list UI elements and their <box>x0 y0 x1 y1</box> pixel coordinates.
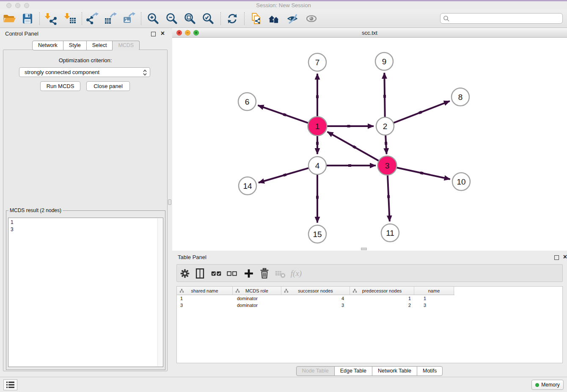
clone-network-icon[interactable] <box>248 12 264 25</box>
result-scrollbar[interactable] <box>157 218 162 366</box>
deselect-all-icon[interactable] <box>225 267 239 280</box>
mcds-result-group: MCDS result (2 nodes) 1 3 <box>6 207 165 370</box>
cell-predecessor-nodes[interactable]: 1 <box>350 295 414 302</box>
memory-status-dot <box>535 383 539 387</box>
control-panel: Control Panel × Network Style Select MCD… <box>0 28 171 377</box>
mcds-result-title: MCDS result (2 nodes) <box>8 207 63 213</box>
mcds-result-textarea[interactable]: 1 3 <box>8 218 163 367</box>
cell-predecessor-nodes[interactable]: 2 <box>350 302 414 309</box>
edge-label-mark <box>353 146 356 148</box>
graph-node-label: 3 <box>385 161 390 170</box>
zoom-in-icon[interactable] <box>146 12 161 25</box>
select-all-icon[interactable] <box>209 267 223 280</box>
zoom-selected-icon[interactable] <box>201 12 216 25</box>
show-all-eye-icon[interactable] <box>304 12 319 25</box>
float-table-panel-icon[interactable] <box>554 255 559 260</box>
tab-edge-table[interactable]: Edge Table <box>334 366 372 376</box>
column-header-successor-nodes[interactable]: successor nodes <box>281 287 350 295</box>
graph-node-label: 1 <box>315 122 320 131</box>
tab-network-table[interactable]: Network Table <box>372 366 417 376</box>
toolbar-separator <box>141 12 141 25</box>
show-columns-icon[interactable] <box>193 267 207 280</box>
table-tabs: Node Table Edge Table Network Table Moti… <box>172 366 567 376</box>
settings-gear-icon[interactable] <box>178 267 192 280</box>
column-label: shared name <box>191 288 218 293</box>
graph-node-label: 2 <box>383 122 388 131</box>
import-network-icon[interactable] <box>43 12 58 25</box>
edge-label-mark <box>283 114 286 115</box>
tab-motifs[interactable]: Motifs <box>417 366 443 376</box>
toolbar-separator <box>39 12 40 25</box>
window-titlebar: Session: New Session <box>0 1 567 9</box>
function-builder-icon[interactable]: f(x) <box>289 267 303 280</box>
run-mcds-button[interactable]: Run MCDS <box>40 81 80 91</box>
network-view-window: × − + scc.txt 1234678910111415 <box>172 28 567 251</box>
close-panel-icon[interactable]: × <box>161 30 165 36</box>
table-row[interactable]: 1 dominator 4 1 1 <box>177 295 562 302</box>
optimization-criterion-label: Optimization criterion: <box>3 57 167 63</box>
select-spinner-icon <box>142 69 148 77</box>
graph-node-label: 15 <box>313 230 322 239</box>
criterion-select[interactable]: strongly connected component <box>19 67 150 77</box>
criterion-value: strongly connected component <box>25 69 99 75</box>
hide-selection-eye-icon[interactable] <box>285 12 300 25</box>
network-canvas[interactable]: 1234678910111415 <box>172 38 567 251</box>
save-session-icon[interactable] <box>20 12 35 25</box>
float-panel-icon[interactable] <box>151 32 156 36</box>
tab-network[interactable]: Network <box>32 41 63 50</box>
memory-button[interactable]: Memory <box>531 380 564 390</box>
search-input[interactable] <box>440 13 563 24</box>
add-row-icon[interactable] <box>242 267 256 280</box>
edge-label-mark <box>284 174 286 175</box>
export-network-icon[interactable] <box>85 12 100 25</box>
tab-node-table[interactable]: Node Table <box>296 366 335 376</box>
tab-select[interactable]: Select <box>86 41 113 50</box>
tab-style[interactable]: Style <box>63 41 87 50</box>
cell-successor-nodes[interactable]: 4 <box>281 295 350 302</box>
column-type-icon <box>235 289 240 293</box>
toolbar-separator <box>220 12 221 25</box>
task-list-icon <box>6 381 15 389</box>
export-image-icon[interactable] <box>121 12 137 25</box>
zoom-out-icon[interactable] <box>164 12 179 25</box>
tab-mcds[interactable]: MCDS <box>112 41 140 50</box>
open-session-icon[interactable] <box>2 12 17 25</box>
network-window-titlebar: × − + scc.txt <box>172 28 567 38</box>
panel-splitter-handle[interactable] <box>168 199 171 205</box>
window-title: Session: New Session <box>0 2 567 8</box>
control-panel-title: Control Panel <box>5 30 39 37</box>
close-panel-button[interactable]: Close panel <box>86 81 130 91</box>
refresh-layout-icon[interactable] <box>225 12 240 25</box>
status-bar: Memory <box>0 377 567 392</box>
delete-row-trash-icon[interactable] <box>258 267 271 280</box>
delete-table-icon[interactable] <box>274 267 287 280</box>
cell-shared-name[interactable]: 1 <box>177 295 233 302</box>
column-header-shared-name[interactable]: shared name <box>177 287 233 295</box>
canvas-resize-handle[interactable] <box>361 248 367 250</box>
toolbar-separator <box>244 12 245 25</box>
cell-name[interactable]: 1 <box>414 295 454 302</box>
graph-node-label: 8 <box>458 93 463 102</box>
cell-mcds-role[interactable]: dominator <box>233 302 281 309</box>
table-row[interactable]: 3 dominator 3 2 3 <box>177 302 562 309</box>
task-history-button[interactable] <box>3 379 17 390</box>
import-table-icon[interactable] <box>63 12 78 25</box>
memory-label: Memory <box>541 382 559 388</box>
cell-successor-nodes[interactable]: 3 <box>281 302 350 309</box>
column-label: name <box>428 288 440 293</box>
column-header-predecessor-nodes[interactable]: predecessor nodes <box>350 287 414 295</box>
column-type-icon <box>352 289 357 293</box>
column-header-mcds-role[interactable]: MCDS role <box>233 287 281 295</box>
column-header-name[interactable]: name <box>414 287 454 295</box>
first-neighbors-icon[interactable] <box>267 12 282 25</box>
cell-name[interactable]: 3 <box>414 302 454 309</box>
export-table-icon[interactable] <box>103 12 118 25</box>
network-title: scc.txt <box>172 30 567 36</box>
cell-mcds-role[interactable]: dominator <box>233 295 281 302</box>
table-panel-title: Table Panel <box>178 254 206 260</box>
close-table-panel-icon[interactable]: × <box>563 254 567 260</box>
graph-node-label: 14 <box>243 182 252 190</box>
table-header-row: shared name MCDS role successor nodes pr… <box>177 287 454 295</box>
cell-shared-name[interactable]: 3 <box>177 302 233 309</box>
zoom-fit-icon[interactable] <box>182 12 198 25</box>
